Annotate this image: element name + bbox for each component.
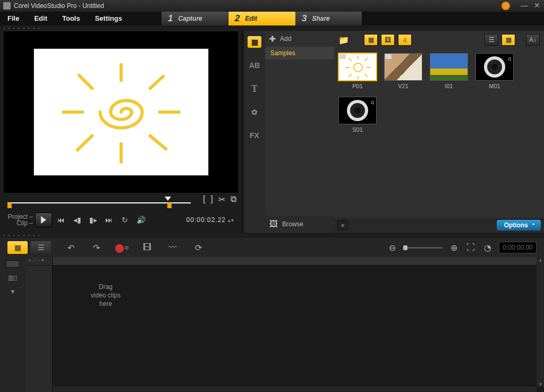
scrub-track[interactable] bbox=[7, 202, 191, 203]
track-headers: ＋／－▾ bbox=[26, 257, 52, 392]
timeline-canvas[interactable]: Dragvideo clipshere bbox=[52, 257, 544, 392]
cut-button[interactable]: ✂ bbox=[218, 194, 225, 204]
speaker-icon bbox=[347, 100, 368, 121]
horizontal-scrollbar[interactable] bbox=[53, 387, 537, 392]
thumb-p01[interactable]: P01 bbox=[338, 53, 377, 89]
media-tab[interactable]: ▦ bbox=[248, 36, 261, 48]
timeline-toolbar: ▦ ☰ ↶ ↷ ⬤⚙ 🎞 〰 ⟳ ⊖ ⊕ ⛶ ◔ 0:00:00.00 bbox=[0, 238, 544, 257]
library-toolbar: 📁 ▦ 🖼 ♫ ☰ ▦ A↓ bbox=[334, 31, 544, 49]
undo-button[interactable]: ↶ bbox=[65, 242, 76, 253]
repeat-button[interactable]: ↻ bbox=[120, 215, 130, 225]
vertical-scrollbar[interactable] bbox=[537, 257, 544, 387]
svg-line-15 bbox=[348, 74, 352, 77]
svg-line-14 bbox=[364, 58, 368, 61]
instant-project-button[interactable]: ⟳ bbox=[192, 242, 204, 253]
collapse-tracks-button[interactable]: ▼ bbox=[10, 288, 16, 295]
options-button[interactable]: Options ⌃ bbox=[497, 220, 541, 231]
folder-samples[interactable]: Samples bbox=[265, 47, 334, 59]
preview-timecode[interactable]: 00:00:02.22▴▾ bbox=[186, 216, 234, 224]
record-button[interactable]: ⬤⚙ bbox=[116, 242, 128, 253]
track-manager-button[interactable]: ▥▯ bbox=[8, 274, 18, 282]
time-ruler[interactable] bbox=[53, 257, 544, 266]
browse-button[interactable]: 🖼 Browse bbox=[265, 216, 334, 233]
filter-photo-button[interactable]: 🖼 bbox=[381, 34, 395, 46]
mark-in-button[interactable]: [ bbox=[203, 194, 205, 204]
go-start-button[interactable]: ⏮ bbox=[56, 215, 66, 225]
audio-mixer-button[interactable]: 〰 bbox=[167, 242, 178, 253]
chevron-up-icon: ⌃ bbox=[531, 223, 536, 228]
close-button[interactable]: ✕ bbox=[533, 2, 541, 10]
go-end-button[interactable]: ⏭ bbox=[104, 215, 114, 225]
menu: File Edit Tools Settings bbox=[0, 12, 130, 25]
timeline-zoom: ⊖ ⊕ ⛶ ◔ 0:00:00.00 bbox=[386, 242, 537, 253]
music-note-icon: ♫ bbox=[507, 55, 512, 62]
volume-button[interactable]: 🔊 bbox=[136, 215, 146, 225]
drop-hint: Dragvideo clipshere bbox=[53, 283, 159, 308]
prev-frame-button[interactable]: ◂▮ bbox=[72, 215, 82, 225]
playhead-icon[interactable] bbox=[165, 197, 171, 201]
menu-settings[interactable]: Settings bbox=[88, 12, 130, 25]
zoom-in-button[interactable]: ⊕ bbox=[448, 242, 460, 253]
play-button[interactable] bbox=[35, 212, 52, 227]
title-tab[interactable]: T bbox=[248, 83, 261, 95]
thumb-m01[interactable]: ♫ M01 bbox=[475, 53, 514, 89]
trim-out-handle[interactable] bbox=[167, 203, 172, 208]
filter-tab[interactable]: FX bbox=[248, 130, 261, 141]
library-category-tabs: ▦ AB T ✿ FX bbox=[244, 31, 265, 233]
sort-button[interactable]: A↓ bbox=[526, 34, 540, 46]
timeline: ▥▯ ▼ ＋／－▾ Dragvideo clipshere bbox=[0, 257, 544, 392]
timeline-timecode[interactable]: 0:00:00.00 bbox=[499, 242, 537, 253]
svg-line-13 bbox=[348, 58, 352, 61]
menu-tools[interactable]: Tools bbox=[55, 12, 88, 25]
clip-mode-label: Clip bbox=[16, 220, 33, 226]
preview-video[interactable] bbox=[3, 31, 239, 193]
step-share[interactable]: 3Share bbox=[295, 12, 362, 25]
add-folder-button[interactable]: ✚ Add bbox=[265, 31, 334, 47]
track-menu-icon[interactable] bbox=[6, 260, 20, 268]
next-frame-button[interactable]: ▮▸ bbox=[88, 215, 98, 225]
graphic-tab[interactable]: ✿ bbox=[248, 106, 261, 118]
step-tabs: 1Capture 2Edit 3Share bbox=[162, 12, 362, 25]
menu-file[interactable]: File bbox=[0, 12, 27, 25]
app-icon bbox=[3, 2, 11, 10]
browse-icon: 🖼 bbox=[269, 219, 278, 229]
library-footer: « Options ⌃ bbox=[334, 218, 544, 233]
menu-edit[interactable]: Edit bbox=[27, 12, 55, 25]
thumb-v21[interactable]: V21 bbox=[384, 53, 422, 89]
snapshot-button[interactable]: ⧉ bbox=[231, 194, 236, 204]
svg-line-3 bbox=[150, 136, 166, 149]
collapse-panel-button[interactable]: « bbox=[337, 220, 348, 230]
mark-out-button[interactable]: ] bbox=[211, 194, 213, 204]
list-view-button[interactable]: ☰ bbox=[484, 34, 498, 46]
storyboard-view-button[interactable]: ▦ bbox=[7, 241, 28, 254]
step-capture[interactable]: 1Capture bbox=[162, 12, 228, 25]
scrubber[interactable]: [ ] ✂ ⧉ bbox=[3, 193, 239, 209]
trim-in-handle[interactable] bbox=[7, 203, 12, 208]
open-folder-icon[interactable]: 📁 bbox=[338, 35, 349, 45]
thumb-s01[interactable]: ♫ S01 bbox=[338, 97, 377, 133]
filter-video-button[interactable]: ▦ bbox=[364, 34, 378, 46]
preview-panel: [ ] ✂ ⧉ Project Clip ⏮ ◂▮ ▮▸ ⏭ ↻ 🔊 00:00… bbox=[0, 31, 242, 233]
thumb-i01[interactable]: I01 bbox=[430, 53, 468, 89]
speaker-icon bbox=[484, 56, 505, 78]
fit-project-button[interactable]: ⛶ bbox=[465, 242, 477, 253]
settings-gear-icon[interactable] bbox=[502, 2, 510, 10]
transport: Project Clip ⏮ ◂▮ ▮▸ ⏭ ↻ 🔊 00:00:02.22▴▾ bbox=[3, 209, 239, 231]
project-duration-icon[interactable]: ◔ bbox=[482, 242, 494, 253]
window-title: Corel VideoStudio Pro - Untitled bbox=[14, 2, 502, 10]
filter-audio-button[interactable]: ♫ bbox=[398, 34, 412, 46]
zoom-slider[interactable] bbox=[403, 247, 443, 249]
menubar: File Edit Tools Settings 1Capture 2Edit … bbox=[0, 12, 544, 25]
batch-convert-button[interactable]: 🎞 bbox=[141, 242, 153, 253]
redo-button[interactable]: ↷ bbox=[90, 242, 102, 253]
timeline-view-button[interactable]: ☰ bbox=[31, 241, 51, 254]
zoom-out-button[interactable]: ⊖ bbox=[386, 242, 398, 253]
plus-icon: ✚ bbox=[269, 35, 276, 43]
mode-switch[interactable]: Project Clip bbox=[7, 214, 33, 226]
minimize-button[interactable]: — bbox=[521, 2, 528, 10]
library-panel: ▦ AB T ✿ FX ✚ Add Samples 🖼 Browse 📁 ▦ bbox=[242, 31, 544, 233]
step-edit[interactable]: 2Edit bbox=[228, 12, 295, 25]
transition-tab[interactable]: AB bbox=[248, 59, 261, 71]
music-note-icon: ♫ bbox=[370, 99, 375, 105]
thumb-view-button[interactable]: ▦ bbox=[502, 34, 515, 46]
